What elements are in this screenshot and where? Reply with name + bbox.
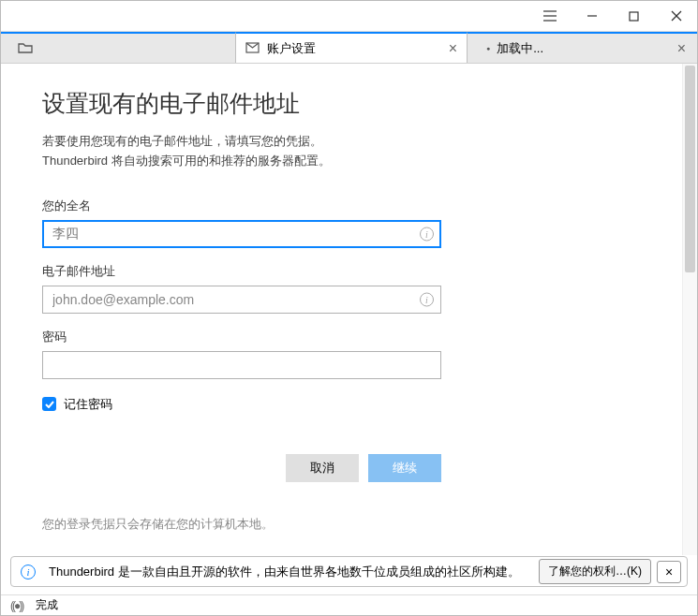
email-input[interactable] bbox=[42, 286, 441, 314]
email-label: 电子邮件地址 bbox=[42, 263, 682, 280]
info-icon: i bbox=[21, 565, 36, 579]
close-button[interactable] bbox=[655, 1, 697, 32]
notification-text: Thunderbird 是一款自由且开源的软件，由来自世界各地数千位成员组成的社… bbox=[49, 564, 539, 580]
fullname-input[interactable] bbox=[42, 220, 441, 248]
checkbox-label: 记住密码 bbox=[64, 396, 112, 413]
scrollbar[interactable] bbox=[682, 64, 697, 555]
learn-rights-button[interactable]: 了解您的权利…(K) bbox=[539, 559, 651, 584]
tab-label: 加载中... bbox=[497, 40, 543, 57]
svg-rect-4 bbox=[630, 12, 638, 21]
account-setup-panel: 设置现有的电子邮件地址 若要使用您现有的电子邮件地址，请填写您的凭据。 Thun… bbox=[1, 64, 682, 555]
maximize-button[interactable] bbox=[613, 1, 655, 32]
cancel-button[interactable]: 取消 bbox=[286, 454, 359, 482]
tab-close-icon[interactable]: × bbox=[449, 40, 457, 57]
password-label: 密码 bbox=[42, 329, 682, 345]
notification-bar: i Thunderbird 是一款自由且开源的软件，由来自世界各地数千位成员组成… bbox=[10, 556, 688, 587]
tabstrip: 账户设置 × ● 加载中... × bbox=[1, 32, 697, 64]
mail-icon bbox=[245, 40, 260, 57]
status-bar: ((●)) 完成 bbox=[1, 594, 697, 615]
folder-icon bbox=[18, 40, 33, 57]
status-text: 完成 bbox=[36, 597, 58, 613]
checkbox-icon bbox=[42, 397, 56, 411]
notification-close-button[interactable]: × bbox=[657, 561, 681, 583]
tab-loading[interactable]: ● 加载中... × bbox=[468, 34, 697, 63]
info-icon[interactable]: i bbox=[420, 227, 434, 241]
activity-icon: ((●)) bbox=[10, 599, 22, 612]
titlebar bbox=[1, 1, 697, 32]
page-subtitle: 若要使用您现有的电子邮件地址，请填写您的凭据。 bbox=[42, 132, 682, 152]
page-subtitle: Thunderbird 将自动搜索可用的和推荐的服务器配置。 bbox=[42, 152, 682, 171]
scrollbar-thumb[interactable] bbox=[685, 66, 695, 272]
credentials-footnote: 您的登录凭据只会存储在您的计算机本地。 bbox=[42, 516, 682, 533]
tab-close-icon[interactable]: × bbox=[677, 40, 686, 57]
loading-icon: ● bbox=[486, 45, 490, 51]
tab-label: 账户设置 bbox=[267, 40, 449, 57]
minimize-button[interactable] bbox=[571, 1, 613, 32]
password-input[interactable] bbox=[42, 351, 441, 379]
tab-folders[interactable] bbox=[1, 34, 235, 63]
page-title: 设置现有的电子邮件地址 bbox=[42, 88, 682, 119]
menu-button[interactable] bbox=[528, 1, 571, 32]
fullname-label: 您的全名 bbox=[42, 198, 682, 214]
info-icon[interactable]: i bbox=[420, 292, 434, 306]
tab-account-settings[interactable]: 账户设置 × bbox=[235, 32, 468, 63]
remember-password-checkbox[interactable]: 记住密码 bbox=[42, 396, 682, 413]
continue-button[interactable]: 继续 bbox=[368, 454, 441, 482]
